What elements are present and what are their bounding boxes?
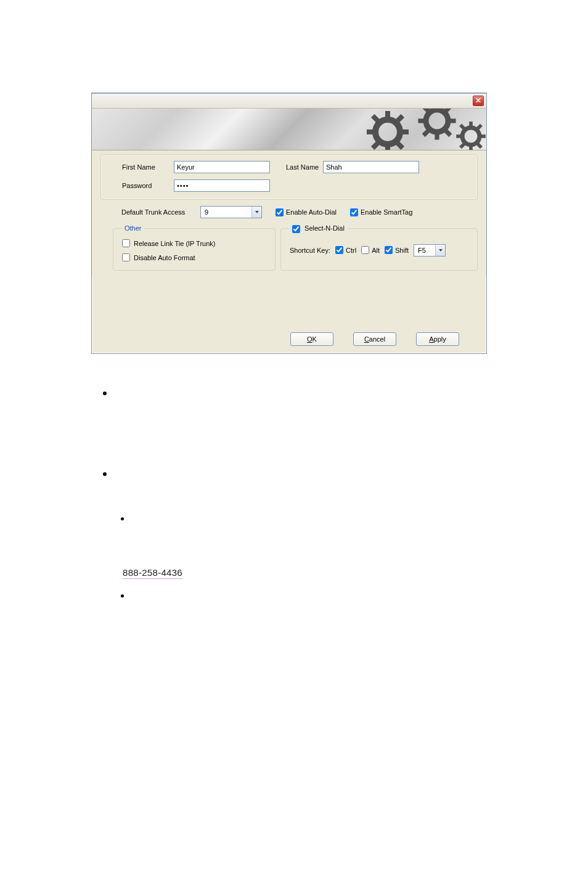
apply-suffix: pply [434, 335, 446, 343]
lower-panels: Other Release Link Tie (IP Trunk) Disabl… [100, 224, 478, 271]
svg-rect-13 [449, 118, 456, 123]
bullet-icon [121, 594, 124, 597]
settings-dialog: ✕ [91, 92, 487, 354]
dialog-body: First Name Last Name Password Default Tr… [92, 150, 486, 277]
enable-autodial-label: Enable Auto-Dial [286, 208, 337, 216]
alt-input[interactable] [361, 246, 369, 254]
svg-point-18 [462, 128, 480, 145]
shift-input[interactable] [385, 246, 393, 254]
select-n-dial-group: Select-N-Dial Shortcut Key: Ctrl Alt Shi… [280, 224, 478, 271]
trunk-access-value: 9 [205, 208, 208, 216]
gears-icon [314, 109, 486, 150]
ctrl-label: Ctrl [346, 247, 356, 254]
identity-group: First Name Last Name Password [100, 154, 478, 200]
svg-rect-1 [385, 111, 390, 118]
last-name-label: Last Name [286, 163, 323, 171]
bullet-icon [121, 517, 124, 520]
select-n-dial-input[interactable] [292, 225, 300, 233]
trunk-access-label: Default Trunk Access [121, 208, 200, 216]
bullet-icon [103, 392, 107, 395]
svg-point-9 [426, 110, 448, 132]
title-bar: ✕ [92, 94, 486, 109]
release-link-input[interactable] [122, 239, 130, 247]
button-row: OK Cancel Apply [290, 332, 459, 346]
svg-rect-20 [469, 146, 473, 150]
enable-smarttag-input[interactable] [350, 208, 358, 216]
ctrl-checkbox[interactable]: Ctrl [335, 246, 356, 254]
release-link-label: Release Link Tie (IP Trunk) [134, 240, 215, 247]
banner [92, 109, 486, 150]
svg-rect-12 [418, 118, 425, 123]
svg-point-0 [375, 120, 400, 144]
enable-smarttag-checkbox[interactable]: Enable SmartTag [350, 208, 412, 216]
svg-rect-19 [469, 121, 473, 126]
trunk-row: Default Trunk Access 9 Enable Auto-Dial … [100, 206, 478, 218]
trunk-access-combo[interactable]: 9 [200, 206, 262, 218]
shift-checkbox[interactable]: Shift [385, 246, 409, 254]
svg-rect-4 [401, 129, 409, 134]
other-group: Other Release Link Tie (IP Trunk) Disabl… [113, 224, 276, 271]
chevron-down-icon [435, 245, 445, 256]
apply-button[interactable]: Apply [416, 332, 459, 346]
password-input[interactable] [174, 179, 270, 192]
close-button[interactable]: ✕ [473, 96, 484, 106]
ctrl-input[interactable] [335, 246, 343, 254]
apply-mnemonic: A [429, 335, 433, 343]
disable-autoformat-checkbox[interactable]: Disable Auto Format [122, 253, 266, 261]
svg-rect-2 [385, 146, 390, 150]
bullet-icon [103, 472, 107, 476]
fkey-combo[interactable]: F5 [414, 244, 446, 256]
enable-autodial-checkbox[interactable]: Enable Auto-Dial [276, 208, 337, 216]
alt-label: Alt [372, 247, 380, 254]
disable-autoformat-label: Disable Auto Format [134, 254, 195, 261]
enable-autodial-input[interactable] [276, 208, 284, 216]
chevron-down-icon [251, 207, 261, 218]
disable-autoformat-input[interactable] [122, 253, 130, 261]
svg-rect-3 [367, 129, 374, 134]
password-label: Password [122, 182, 174, 189]
svg-rect-11 [435, 133, 439, 140]
ok-suffix: K [312, 335, 317, 343]
svg-rect-21 [456, 134, 461, 138]
cancel-button[interactable]: Cancel [353, 332, 396, 346]
phone-link[interactable]: 888-258-4436 [123, 567, 182, 579]
first-name-label: First Name [122, 163, 174, 171]
svg-rect-22 [480, 134, 485, 138]
release-link-checkbox[interactable]: Release Link Tie (IP Trunk) [122, 239, 266, 247]
fkey-value: F5 [418, 247, 426, 254]
ok-mnemonic: O [307, 335, 312, 343]
last-name-input[interactable] [323, 161, 419, 173]
cancel-mnemonic: C [364, 335, 369, 343]
close-icon: ✕ [475, 96, 481, 105]
first-name-input[interactable] [174, 161, 270, 173]
enable-smarttag-label: Enable SmartTag [361, 208, 412, 216]
select-n-dial-legend[interactable]: Select-N-Dial [290, 224, 347, 233]
shortcut-key-label: Shortcut Key: [290, 247, 330, 254]
other-legend: Other [122, 224, 144, 232]
cancel-suffix: ancel [369, 335, 385, 343]
alt-checkbox[interactable]: Alt [361, 246, 380, 254]
select-n-dial-label: Select-N-Dial [304, 224, 345, 232]
ok-button[interactable]: OK [290, 332, 333, 346]
shift-label: Shift [395, 247, 409, 254]
